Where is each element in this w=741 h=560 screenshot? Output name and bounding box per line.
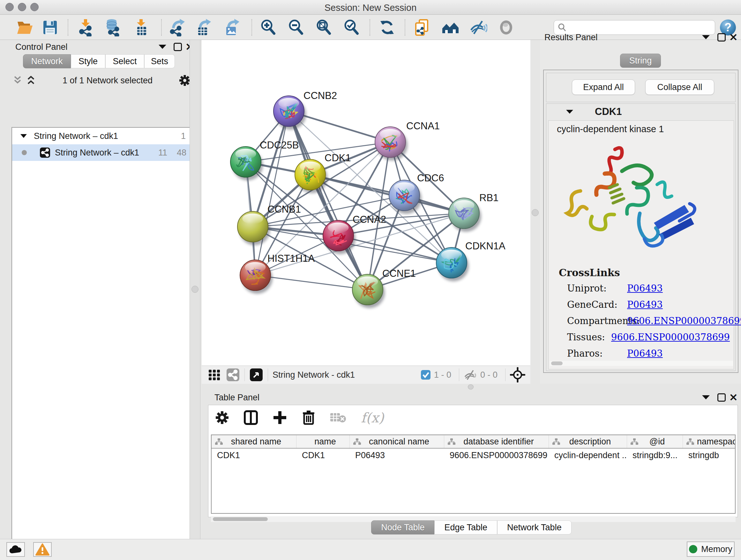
right-splitter[interactable] (530, 40, 540, 384)
import-network-file-icon[interactable] (77, 18, 95, 37)
network-view-title: String Network - cdk1 (273, 370, 355, 380)
network-canvas[interactable]: CCNB2CCNA1CDC25BCDK1CDC6RB1CCNB1CCNA2CDK… (202, 40, 530, 366)
left-splitter[interactable] (190, 40, 200, 539)
export-image-icon[interactable] (223, 18, 242, 37)
zoom-out-icon[interactable] (287, 18, 306, 37)
hidden-eye-icon[interactable] (464, 369, 477, 381)
memory-label: Memory (701, 544, 732, 554)
tree-expander-icon[interactable] (20, 134, 27, 138)
crosslink-value[interactable]: 9606.ENSP00000378699 (627, 315, 741, 326)
delete-column-icon[interactable] (301, 410, 316, 425)
gear-icon[interactable] (179, 74, 191, 86)
float-panel-icon[interactable] (702, 35, 710, 39)
table-gear-icon[interactable] (215, 410, 229, 425)
column-header-description[interactable]: description (549, 435, 627, 448)
hide-panel-eye-icon[interactable] (469, 18, 488, 37)
string-home-icon[interactable] (441, 18, 460, 37)
bottom-splitter[interactable] (202, 384, 741, 390)
show-columns-icon[interactable] (243, 410, 259, 426)
crosslink-value[interactable]: P06493 (627, 283, 663, 294)
maximize-panel-icon[interactable] (718, 33, 726, 42)
export-network-icon[interactable] (169, 18, 187, 37)
zoom-fit-icon[interactable] (315, 18, 333, 37)
node-CDK1[interactable]: CDK1 (295, 152, 351, 193)
search-input[interactable] (567, 23, 707, 33)
column-header-database-identifier[interactable]: database identifier (444, 435, 549, 448)
tab-edge-table[interactable]: Edge Table (434, 520, 497, 535)
protein-structure-image (561, 143, 702, 261)
crosslink-value[interactable]: P06493 (627, 348, 663, 359)
open-file-icon[interactable] (15, 18, 34, 37)
birdseye-icon[interactable] (249, 368, 263, 382)
crosslink-value[interactable]: P06493 (627, 299, 663, 310)
show-panel-eye-icon[interactable] (497, 18, 515, 37)
tab-network[interactable]: Network (23, 54, 71, 68)
cloud-button[interactable] (6, 542, 25, 557)
tab-node-table[interactable]: Node Table (371, 520, 434, 535)
crosslink-value[interactable]: 9606.ENSP00000378699 (611, 332, 730, 343)
crosslink-row: GeneCard:P06493 (567, 299, 730, 310)
collapse-all-button[interactable]: Collapse All (645, 79, 714, 95)
expand-all-button[interactable]: Expand All (572, 79, 635, 95)
results-panel: Results Panel × String Expand All Collap… (540, 40, 741, 390)
tab-string[interactable]: String (620, 54, 661, 68)
network-row[interactable]: String Network – cdk1 11 48 (12, 144, 192, 161)
save-session-icon[interactable] (41, 18, 59, 37)
close-panel-icon[interactable]: × (729, 393, 738, 401)
expand-all-icon[interactable] (25, 76, 37, 85)
import-network-database-icon[interactable] (103, 18, 122, 37)
crosshair-icon[interactable] (510, 367, 525, 382)
section-expander-icon[interactable] (566, 110, 573, 114)
right-splitter-handle[interactable] (532, 209, 539, 216)
network-collection-row[interactable]: String Network – cdk1 1 (12, 128, 192, 144)
table-cell: 9606.ENSP00000378699 (444, 449, 549, 462)
copy-documents-icon[interactable] (413, 18, 431, 37)
close-panel-icon[interactable]: × (729, 33, 738, 41)
node-CCNE1[interactable]: CCNE1 (352, 268, 416, 308)
refresh-icon[interactable] (378, 18, 396, 37)
grid-view-icon[interactable] (207, 368, 221, 382)
node-RB1[interactable]: RB1 (449, 192, 498, 232)
table-panel: Table Panel × f(x) shared namenamecanoni… (202, 390, 741, 539)
table-row[interactable]: CDK1CDK1P064939606.ENSP00000378699cyclin… (212, 449, 735, 462)
tab-style[interactable]: Style (71, 54, 105, 68)
column-header-name[interactable]: name (296, 435, 350, 448)
warning-button[interactable] (33, 542, 52, 557)
node-CCNA1[interactable]: CCNA1 (375, 120, 440, 161)
separator (459, 368, 459, 381)
node-result-header[interactable]: CDK1 (546, 104, 735, 120)
bottom-splitter-handle[interactable] (468, 384, 474, 389)
left-splitter-handle[interactable] (192, 286, 199, 293)
float-panel-icon[interactable] (158, 45, 166, 49)
table-cell: cyclin-dependent ... (549, 449, 627, 462)
column-header-namespace[interactable]: namespace (683, 435, 736, 448)
crosslink-row: Tissues:9606.ENSP00000378699 (567, 332, 730, 343)
column-header-shared-name[interactable]: shared name (212, 435, 296, 448)
results-hscroll-thumb[interactable] (551, 361, 562, 365)
export-table-icon[interactable] (195, 18, 213, 37)
network-count-label: 1 of 1 Network selected (37, 76, 179, 85)
column-header-canonical-name[interactable]: canonical name (350, 435, 444, 448)
crosslinks-list: Uniprot:P06493GeneCard:P06493Compartment… (567, 283, 730, 364)
node-CDKN1A[interactable]: CDKN1A (436, 240, 506, 281)
tab-sets[interactable]: Sets (144, 54, 175, 68)
control-panel-tabs: NetworkStyleSelectSets (23, 54, 175, 68)
node-CDC25B[interactable]: CDC25B (230, 139, 299, 180)
tab-network-table[interactable]: Network Table (497, 520, 571, 535)
selected-checkbox-icon[interactable] (421, 370, 431, 380)
zoom-in-icon[interactable] (259, 18, 278, 37)
node-HIST1H1A[interactable]: HIST1H1A (240, 253, 315, 294)
maximize-panel-icon[interactable] (718, 393, 726, 401)
collapse-all-icon[interactable] (12, 76, 23, 85)
memory-button[interactable]: Memory (687, 542, 735, 557)
float-panel-icon[interactable] (702, 395, 710, 399)
zoom-selected-icon[interactable] (342, 18, 361, 37)
column-header-@id[interactable]: @id (627, 435, 683, 448)
add-column-icon[interactable] (272, 410, 287, 425)
tab-select[interactable]: Select (105, 54, 144, 68)
maximize-panel-icon[interactable] (174, 43, 182, 51)
node-CDC6[interactable]: CDC6 (389, 172, 444, 214)
share-view-icon[interactable] (226, 368, 240, 382)
results-hscrollbar[interactable] (550, 361, 733, 366)
import-table-file-icon[interactable] (132, 18, 151, 37)
